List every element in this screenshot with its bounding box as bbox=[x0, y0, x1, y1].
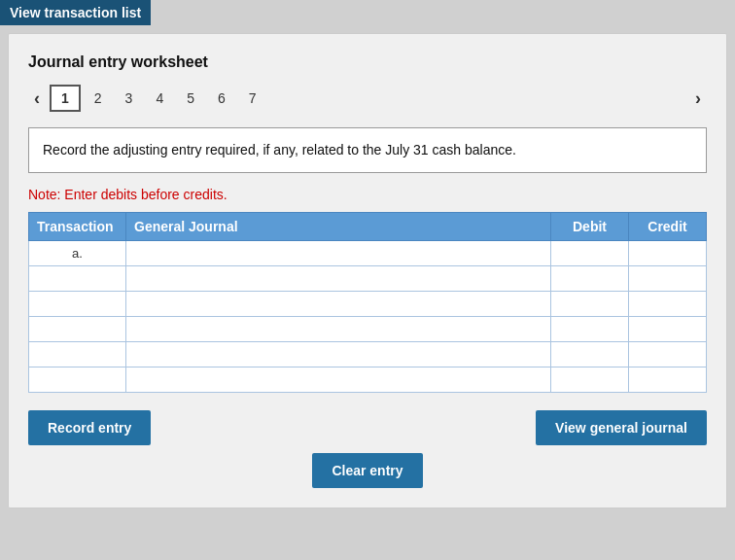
credit-input[interactable] bbox=[635, 297, 700, 311]
journal-cell[interactable] bbox=[126, 342, 551, 368]
journal-input[interactable] bbox=[132, 372, 544, 387]
journal-cell[interactable] bbox=[126, 241, 551, 266]
credit-cell[interactable] bbox=[629, 342, 707, 368]
table-row bbox=[29, 266, 707, 292]
page-6[interactable]: 6 bbox=[208, 87, 235, 110]
pagination: ‹ 1 2 3 4 5 6 7 › bbox=[28, 85, 707, 112]
main-container: Journal entry worksheet ‹ 1 2 3 4 5 6 7 … bbox=[8, 33, 727, 508]
journal-cell[interactable] bbox=[126, 266, 551, 292]
credit-cell[interactable] bbox=[629, 266, 707, 292]
debit-input[interactable] bbox=[557, 297, 622, 311]
table-row bbox=[29, 317, 707, 342]
page-5[interactable]: 5 bbox=[177, 87, 204, 110]
journal-input[interactable] bbox=[132, 297, 544, 311]
instruction-text: Record the adjusting entry required, if … bbox=[43, 142, 516, 158]
page-1[interactable]: 1 bbox=[50, 85, 81, 112]
debit-cell[interactable] bbox=[551, 241, 629, 266]
debit-input[interactable] bbox=[557, 347, 622, 362]
page-7[interactable]: 7 bbox=[239, 87, 266, 110]
debit-input[interactable] bbox=[557, 246, 622, 261]
debit-cell[interactable] bbox=[551, 342, 629, 368]
buttons-center: Clear entry bbox=[28, 453, 707, 488]
credit-input[interactable] bbox=[635, 246, 700, 261]
credit-input[interactable] bbox=[635, 322, 700, 336]
journal-cell[interactable] bbox=[126, 292, 551, 317]
table-row bbox=[29, 292, 707, 317]
col-transaction: Transaction bbox=[29, 213, 126, 241]
table-row: a. bbox=[29, 241, 707, 266]
col-debit: Debit bbox=[551, 213, 629, 241]
journal-input[interactable] bbox=[132, 271, 544, 286]
credit-input[interactable] bbox=[635, 271, 700, 286]
debit-cell[interactable] bbox=[551, 292, 629, 317]
debit-cell[interactable] bbox=[551, 317, 629, 342]
debit-cell[interactable] bbox=[551, 266, 629, 292]
page-2[interactable]: 2 bbox=[85, 87, 112, 110]
transaction-cell bbox=[29, 368, 126, 393]
journal-input[interactable] bbox=[132, 246, 544, 261]
journal-table: Transaction General Journal Debit Credit… bbox=[28, 212, 707, 393]
debit-cell[interactable] bbox=[551, 368, 629, 393]
view-general-journal-button[interactable]: View general journal bbox=[536, 410, 707, 445]
transaction-cell bbox=[29, 266, 126, 292]
credit-input[interactable] bbox=[635, 372, 700, 387]
table-row bbox=[29, 368, 707, 393]
journal-input[interactable] bbox=[132, 347, 544, 362]
credit-cell[interactable] bbox=[629, 317, 707, 342]
prev-page-button[interactable]: ‹ bbox=[28, 87, 46, 111]
journal-cell[interactable] bbox=[126, 368, 551, 393]
debit-input[interactable] bbox=[557, 322, 622, 336]
credit-cell[interactable] bbox=[629, 241, 707, 266]
debit-input[interactable] bbox=[557, 372, 622, 387]
record-entry-button[interactable]: Record entry bbox=[28, 410, 151, 445]
transaction-cell: a. bbox=[29, 241, 126, 266]
transaction-cell bbox=[29, 292, 126, 317]
clear-entry-button[interactable]: Clear entry bbox=[312, 453, 422, 488]
journal-input[interactable] bbox=[132, 322, 544, 336]
page-3[interactable]: 3 bbox=[116, 87, 143, 110]
worksheet-title: Journal entry worksheet bbox=[28, 53, 707, 71]
credit-cell[interactable] bbox=[629, 368, 707, 393]
note-text: Note: Enter debits before credits. bbox=[28, 187, 707, 202]
col-credit: Credit bbox=[629, 213, 707, 241]
view-transaction-list-button[interactable]: View transaction list bbox=[0, 0, 151, 25]
journal-cell[interactable] bbox=[126, 317, 551, 342]
page-4[interactable]: 4 bbox=[146, 87, 173, 110]
buttons-row: Record entry View general journal bbox=[28, 410, 707, 445]
credit-input[interactable] bbox=[635, 347, 700, 362]
table-row bbox=[29, 342, 707, 368]
col-general-journal: General Journal bbox=[126, 213, 551, 241]
next-page-button[interactable]: › bbox=[689, 87, 707, 111]
debit-input[interactable] bbox=[557, 271, 622, 286]
transaction-cell bbox=[29, 317, 126, 342]
instruction-box: Record the adjusting entry required, if … bbox=[28, 127, 707, 173]
credit-cell[interactable] bbox=[629, 292, 707, 317]
transaction-cell bbox=[29, 342, 126, 368]
